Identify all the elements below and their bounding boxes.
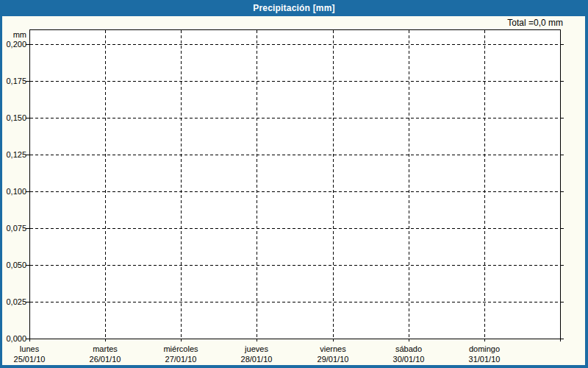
y-tick-label: 0,125: [6, 150, 26, 159]
y-axis-unit-label: mm: [13, 30, 26, 39]
x-date-label: 25/01/10: [14, 355, 46, 364]
x-date-label: 30/01/10: [393, 355, 425, 364]
x-date-label: 29/01/10: [318, 355, 349, 364]
plot-area: [30, 30, 561, 339]
x-day-label: sábado: [395, 344, 422, 353]
x-day-label: miércoles: [163, 344, 198, 353]
x-day-label: lunes: [20, 344, 40, 353]
x-day-label: martes: [93, 344, 118, 353]
chart-content: 0,0000,0250,0500,0750,1000,1250,1500,175…: [2, 16, 585, 365]
y-tick-label: 0,025: [6, 297, 26, 306]
x-date-label: 28/01/10: [241, 355, 273, 364]
x-day-label: jueves: [244, 344, 268, 353]
x-date-label: 26/01/10: [90, 355, 121, 364]
total-label: Total =0,0 mm: [507, 18, 563, 28]
x-day-label: viernes: [320, 344, 346, 353]
chart-title: Precipitación [mm]: [253, 3, 335, 13]
x-date-label: 27/01/10: [165, 355, 197, 364]
x-day-label: domingo: [469, 344, 500, 353]
x-date-label: 31/01/10: [469, 355, 501, 364]
y-tick-label: 0,100: [6, 187, 26, 196]
y-tick-label: 0,075: [6, 224, 26, 233]
y-tick-label: 0,050: [6, 261, 26, 269]
y-tick-label: 0,150: [6, 113, 26, 122]
precipitation-chart: 0,0000,0250,0500,0750,1000,1250,1500,175…: [2, 16, 585, 365]
y-tick-label: 0,200: [6, 40, 26, 49]
chart-window: Precipitación [mm] 0,0000,0250,0500,0750…: [0, 0, 588, 368]
y-tick-label: 0,000: [6, 334, 26, 343]
y-tick-label: 0,175: [6, 77, 26, 85]
title-bar: Precipitación [mm]: [0, 0, 588, 16]
